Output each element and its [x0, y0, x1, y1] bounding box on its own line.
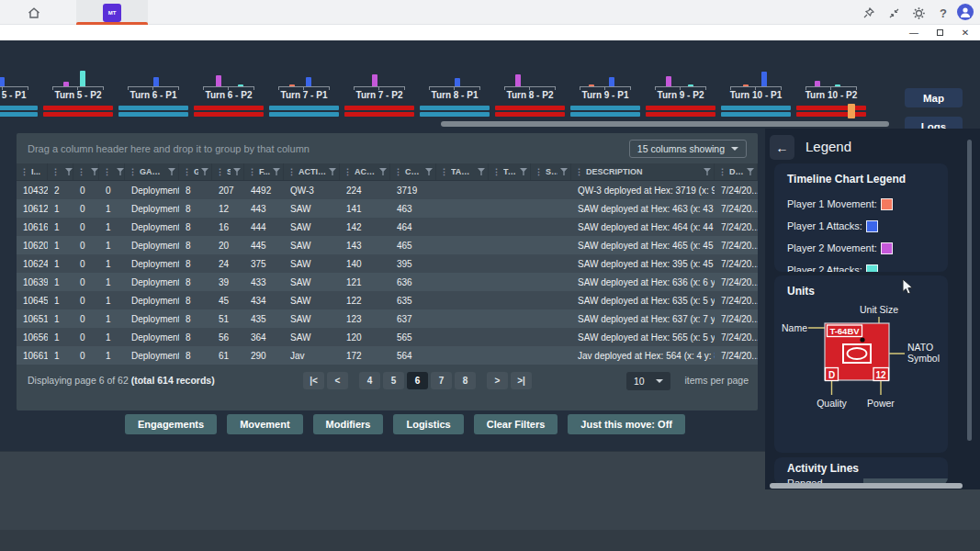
drag-handle-icon[interactable]: ⋮: [77, 167, 85, 176]
filter-funnel-icon[interactable]: [747, 168, 754, 175]
table-row[interactable]: 10624101Deployment824375SAW140395SAW dep…: [17, 254, 758, 273]
first-page-button[interactable]: |<: [303, 372, 324, 389]
filter-funnel-icon[interactable]: [329, 168, 336, 175]
table-row[interactable]: 10616101Deployment816444SAW142464SAW dep…: [17, 218, 758, 236]
filter-funnel-icon[interactable]: [91, 168, 98, 175]
restore-button[interactable]: [929, 25, 950, 40]
timeline-turn-segment[interactable]: Turn 7 - P2: [344, 69, 414, 119]
drag-handle-icon[interactable]: ⋮: [51, 167, 60, 176]
timeline-turn-segment[interactable]: Turn 10 - P2: [796, 69, 866, 119]
filter-funnel-icon[interactable]: [704, 168, 711, 175]
home-icon[interactable]: [26, 5, 42, 21]
drag-handle-icon[interactable]: ⋮: [183, 167, 191, 176]
filter-funnel-icon[interactable]: [233, 168, 241, 175]
browser-tab-active[interactable]: MT: [76, 0, 148, 25]
table-row[interactable]: 10661101Deployment861290Jav172564Jav dep…: [17, 346, 758, 365]
collapse-icon[interactable]: [885, 5, 902, 21]
close-button[interactable]: ✕: [955, 25, 975, 40]
page-button-7[interactable]: 7: [431, 372, 452, 389]
column-header[interactable]: ⋮: [48, 163, 73, 180]
map-button[interactable]: Map: [905, 88, 963, 107]
drag-handle-icon[interactable]: ⋮: [103, 167, 111, 176]
page-button-8[interactable]: 8: [455, 372, 476, 389]
drag-handle-icon[interactable]: ⋮: [20, 167, 28, 176]
gear-icon[interactable]: [910, 5, 927, 21]
column-header-targe[interactable]: ⋮TARGE...: [436, 163, 489, 180]
column-header-s[interactable]: ⋮S: [212, 163, 244, 180]
column-header[interactable]: ⋮: [99, 163, 125, 180]
column-header-description[interactable]: ⋮DESCRIPTION: [571, 163, 715, 180]
filter-funnel-icon[interactable]: [478, 168, 485, 175]
column-header-su[interactable]: ⋮SU...: [531, 163, 571, 180]
table-row[interactable]: 10620101Deployment820445SAW143465SAW dep…: [17, 236, 758, 254]
filter-funnel-icon[interactable]: [379, 168, 387, 175]
filter-funnel-icon[interactable]: [425, 168, 433, 175]
column-header-ta[interactable]: ⋮TA...: [489, 163, 531, 180]
pin-icon[interactable]: [861, 5, 877, 21]
timeline-turn-segment[interactable]: Turn 5 - P2: [43, 69, 113, 119]
page-button-5[interactable]: 5: [383, 372, 404, 389]
filter-button-clear-filters[interactable]: Clear Filters: [474, 414, 558, 434]
filter-button-movement[interactable]: Movement: [227, 414, 302, 434]
page-button-6[interactable]: 6: [407, 372, 428, 389]
minimize-button[interactable]: —: [904, 25, 924, 40]
column-header-activ[interactable]: ⋮ACTIV...: [284, 163, 340, 180]
timeline-turn-segment[interactable]: Turn 9 - P1: [570, 69, 640, 119]
drag-handle-icon[interactable]: ⋮: [575, 167, 583, 176]
page-size-dropdown[interactable]: 10: [626, 372, 670, 390]
next-page-button[interactable]: >: [487, 372, 508, 389]
back-button[interactable]: ←: [770, 135, 794, 160]
filter-button-modifiers[interactable]: Modifiers: [313, 414, 384, 434]
filter-button-just-this-move-off[interactable]: Just this move: Off: [568, 414, 685, 434]
drag-handle-icon[interactable]: ⋮: [718, 167, 727, 176]
table-row[interactable]: 10651101Deployment851435SAW123637SAW dep…: [17, 309, 758, 328]
filter-funnel-icon[interactable]: [520, 168, 527, 175]
timeline-turn-segment[interactable]: Turn 10 - P1: [721, 69, 791, 119]
table-row[interactable]: 10639101Deployment839433SAW121636SAW dep…: [17, 273, 758, 291]
filter-funnel-icon[interactable]: [560, 168, 568, 175]
drag-handle-icon[interactable]: ⋮: [492, 167, 501, 176]
filter-funnel-icon[interactable]: [273, 168, 280, 175]
legend-vertical-scrollbar[interactable]: [967, 140, 972, 441]
drag-handle-icon[interactable]: ⋮: [287, 167, 296, 176]
column-header-cu[interactable]: ⋮CU...: [390, 163, 436, 180]
drag-handle-icon[interactable]: ⋮: [248, 167, 256, 176]
column-header-i[interactable]: ⋮I...: [17, 163, 48, 180]
page-button-4[interactable]: 4: [359, 372, 380, 389]
timeline-turn-segment[interactable]: Turn 8 - P1: [420, 69, 490, 119]
previous-page-button[interactable]: <: [327, 372, 348, 389]
drag-handle-icon[interactable]: ⋮: [535, 167, 543, 176]
column-header-g[interactable]: ⋮G...: [179, 163, 212, 180]
timeline-horizontal-scrollbar[interactable]: [441, 121, 889, 127]
column-header-f[interactable]: ⋮F...: [244, 163, 284, 180]
column-header-da[interactable]: ⋮DA...: [715, 163, 758, 180]
columns-dropdown[interactable]: 15 columns showing: [629, 140, 747, 158]
drag-handle-icon[interactable]: ⋮: [344, 167, 352, 176]
timeline-turn-segment[interactable]: Turn 8 - P2: [495, 69, 565, 119]
timeline-turn-segment[interactable]: Turn 9 - P2: [646, 69, 715, 119]
timeline-turn-segment[interactable]: Turn 7 - P1: [269, 69, 339, 119]
timeline-turn-segment[interactable]: Turn 6 - P2: [194, 69, 264, 119]
filter-button-engagements[interactable]: Engagements: [125, 414, 217, 434]
table-row[interactable]: 10645101Deployment845434SAW122635SAW dep…: [17, 291, 758, 309]
column-header[interactable]: ⋮: [73, 163, 99, 180]
help-icon[interactable]: ?: [935, 5, 952, 21]
drag-handle-icon[interactable]: ⋮: [394, 167, 402, 176]
filter-button-logistics[interactable]: Logistics: [393, 414, 463, 434]
table-row[interactable]: 10656101Deployment856364SAW120565SAW dep…: [17, 328, 758, 346]
table-row[interactable]: 10612101Deployment812443SAW141463SAW dep…: [17, 199, 758, 218]
drag-handle-icon[interactable]: ⋮: [216, 167, 224, 176]
timeline-turn-segment[interactable]: Turn 6 - P1: [118, 69, 188, 119]
timeline-turn-segment[interactable]: Turn 5 - P1: [0, 69, 38, 119]
filter-funnel-icon[interactable]: [201, 168, 208, 175]
column-header-game[interactable]: ⋮GAME ...: [125, 163, 179, 180]
column-header-activ[interactable]: ⋮ACTIV...: [340, 163, 390, 180]
last-page-button[interactable]: >|: [511, 372, 532, 389]
filter-funnel-icon[interactable]: [168, 168, 175, 175]
user-avatar[interactable]: [957, 4, 974, 20]
legend-horizontal-scrollbar[interactable]: [770, 483, 963, 489]
drag-handle-icon[interactable]: ⋮: [440, 167, 448, 176]
filter-funnel-icon[interactable]: [117, 168, 124, 175]
filter-funnel-icon[interactable]: [65, 168, 73, 175]
table-row[interactable]: 10432200Deployment82074492QW-32243719QW-…: [17, 181, 758, 199]
